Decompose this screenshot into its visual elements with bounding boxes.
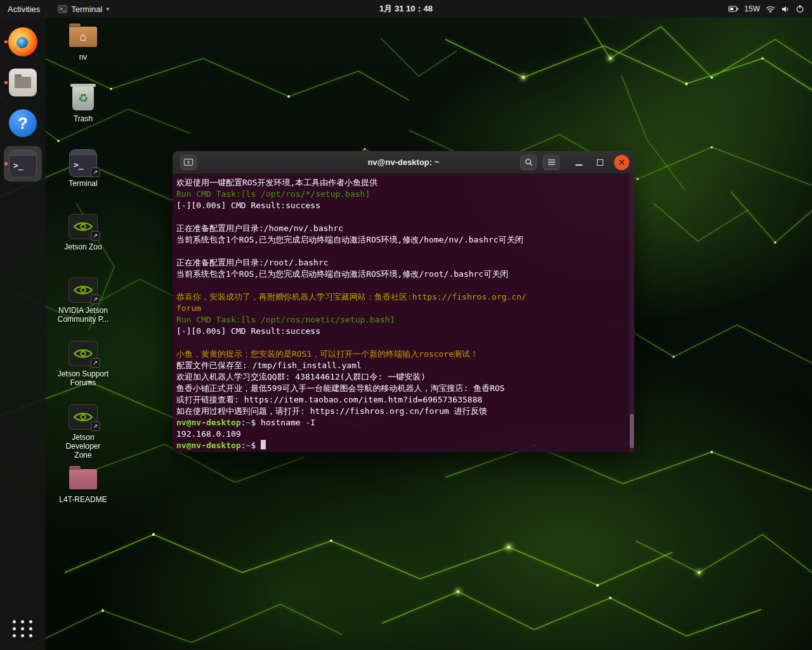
terminal-text: $ [251, 418, 261, 427]
terminal-line: 当前系统包含1个ROS,已为您完成启动终端自动激活ROS环境,修改/root/.… [176, 269, 631, 280]
terminal-text: 鱼香小铺正式开业，最低599可入手一台能建图会导航的移动机器人，淘宝搜店: 鱼香… [176, 383, 505, 393]
desktop-icon-label: Jetson Developer Zone [56, 433, 110, 460]
desktop-icon-nvidia-community[interactable]: ↗ NVIDIA Jetson Community P... [56, 276, 110, 324]
terminal-line: nv@nv-desktop:~$ [176, 440, 631, 451]
chevron-down-icon: ▾ [106, 6, 109, 12]
dock-help[interactable]: ? [4, 105, 42, 141]
power-mode-icon [728, 5, 738, 13]
launcher-arrow-icon: ↗ [91, 358, 100, 368]
home-folder-icon: ⌂ [69, 27, 97, 47]
titlebar[interactable]: nv@nv-desktop: ~ ✕ [173, 151, 634, 174]
terminal-text: 欢迎加入机器人学习交流QQ群: 438144612(入群口令: 一键安装) [176, 372, 426, 381]
clock[interactable]: 1月 31 10：48 [379, 4, 433, 13]
minimize-button[interactable] [571, 155, 586, 170]
terminal-text: hostname -I [261, 418, 315, 427]
terminal-text: 如在使用过程中遇到问题，请打开: https://fishros.org.cn/… [176, 406, 487, 416]
launcher-arrow-icon: ↗ [91, 295, 100, 304]
dock-firefox[interactable] [4, 24, 42, 60]
launcher-arrow-icon: ↗ [91, 168, 100, 177]
volume-icon [781, 5, 790, 13]
desktop-icon-jetson-support[interactable]: ↗ Jetson Support Forums [56, 340, 110, 387]
terminal-line: 或打开链接查看: https://item.taobao.com/item.ht… [176, 394, 631, 406]
terminal-line [176, 280, 631, 291]
desktop-icon-label: L4T-README [56, 495, 110, 504]
terminal-line: 当前系统包含1个ROS,已为您完成启动终端自动激活ROS环境,修改/home/n… [176, 234, 631, 246]
terminal-output[interactable]: 欢迎使用一键配置ROS开发环境,本工具由作者小鱼提供Run CMD Task:[… [173, 174, 634, 452]
activities-button[interactable]: Activities [0, 0, 48, 18]
terminal-line: 欢迎使用一键配置ROS开发环境,本工具由作者小鱼提供 [176, 177, 631, 189]
close-button[interactable]: ✕ [614, 155, 629, 170]
launcher-arrow-icon: ↗ [91, 421, 100, 431]
terminal-line [176, 337, 631, 348]
terminal-line: forum [176, 303, 631, 314]
dock-files[interactable] [4, 65, 42, 100]
terminal-line: Run CMD Task:[ls /opt/ros/*/setup.bash] [176, 189, 631, 200]
maximize-icon [597, 159, 603, 166]
terminal-line: 小鱼，黄黄的提示：您安装的是ROS1，可以打开一个新的终端输入roscore测试… [176, 348, 631, 360]
terminal-line: 鱼香小铺正式开业，最低599可入手一台能建图会导航的移动机器人，淘宝搜店: 鱼香… [176, 383, 631, 394]
terminal-line [176, 246, 631, 257]
desktop-icon-jetson-developer[interactable]: ↗ Jetson Developer Zone [56, 403, 110, 460]
desktop-icon-label: Jetson Zoo [56, 242, 110, 251]
desktop-icon-trash[interactable]: ♻ Trash [56, 84, 110, 123]
search-button[interactable] [520, 155, 537, 170]
clock-area: 1月 31 10：48 [0, 3, 812, 15]
scrollbar-thumb[interactable] [630, 414, 634, 448]
terminal-text: [-][0.00s] CMD Result:success [176, 326, 320, 336]
terminal-line: 欢迎加入机器人学习交流QQ群: 438144612(入群口令: 一键安装) [176, 371, 631, 383]
terminal-line: [-][0.00s] CMD Result:success [176, 200, 631, 211]
menu-button[interactable] [543, 155, 560, 170]
question-glyph: ? [18, 114, 28, 133]
terminal-text: forum [176, 303, 201, 313]
recycle-icon: ♻ [78, 91, 88, 105]
terminal-line: [-][0.00s] CMD Result:success [176, 326, 631, 337]
dock: ? >_ [0, 18, 46, 650]
terminal-text: 欢迎使用一键配置ROS开发环境,本工具由作者小鱼提供 [176, 178, 377, 187]
system-tray[interactable]: 15W [728, 4, 812, 13]
desktop-icon-terminal[interactable]: >_ ↗ Terminal [56, 149, 110, 188]
minimize-icon [575, 164, 582, 166]
app-menu[interactable]: >_ Terminal ▾ [50, 0, 117, 18]
power-icon [796, 4, 804, 13]
running-indicator [4, 162, 8, 166]
terminal-text: : [241, 441, 246, 450]
new-tab-button[interactable] [180, 155, 197, 170]
terminal-line: 正在准备配置用户目录:/home/nv/.bashrc [176, 223, 631, 234]
desktop-icon-label: nv [56, 53, 110, 62]
terminal-text: 正在准备配置用户目录:/root/.bashrc [176, 258, 329, 267]
desktop-icon-jetson-zoo[interactable]: ↗ Jetson Zoo [56, 213, 110, 251]
trash-icon: ♻ [72, 86, 94, 110]
desktop-icon-label: NVIDIA Jetson Community P... [56, 306, 110, 324]
close-icon: ✕ [619, 158, 625, 167]
terminal-scrollbar[interactable] [629, 174, 634, 452]
terminal-text: $ [251, 441, 261, 450]
top-bar: Activities >_ Terminal ▾ 1月 31 10：48 15W [0, 0, 812, 18]
terminal-app-icon: >_ [58, 5, 67, 13]
home-icon: ⌂ [80, 30, 87, 44]
desktop-icon-l4t-readme[interactable]: L4T-README [56, 465, 110, 504]
running-indicator [4, 41, 8, 44]
maximize-button[interactable] [593, 155, 608, 170]
terminal-line: 恭喜你，安装成功了，再附赠你机器人学习宝藏网站：鱼香社区:https://fis… [176, 291, 631, 303]
running-indicator [4, 81, 8, 84]
terminal-text: nv@nv-desktop [176, 441, 241, 450]
terminal-text: nv@nv-desktop [176, 418, 241, 427]
show-applications-button[interactable] [9, 616, 37, 641]
terminal-text: 当前系统包含1个ROS,已为您完成启动终端自动激活ROS环境,修改/home/n… [176, 235, 523, 244]
terminal-text: 当前系统包含1个ROS,已为您完成启动终端自动激活ROS环境,修改/root/.… [176, 269, 508, 279]
activities-label: Activities [8, 4, 40, 14]
terminal-text: Run CMD Task:[ls /opt/ros/noetic/setup.b… [176, 315, 395, 324]
desktop-icon-nv[interactable]: ⌂ nv [56, 23, 110, 62]
firefox-icon [8, 27, 37, 56]
files-icon [9, 69, 37, 96]
terminal-text: 恭喜你，安装成功了，再附赠你机器人学习宝藏网站：鱼香社区:https://fis… [176, 292, 527, 302]
folder-icon [69, 469, 97, 489]
terminal-cursor [261, 440, 266, 449]
terminal-text: 小鱼，黄黄的提示：您安装的是ROS1，可以打开一个新的终端输入roscore测试… [176, 349, 478, 359]
terminal-line: Run CMD Task:[ls /opt/ros/noetic/setup.b… [176, 314, 631, 326]
terminal-line: 配置文件已保存至: /tmp/fish_install.yaml [176, 360, 631, 371]
terminal-line [176, 211, 631, 223]
wifi-icon [766, 5, 775, 13]
dock-terminal[interactable]: >_ [4, 146, 42, 182]
terminal-line: 192.168.0.109 [176, 428, 631, 440]
